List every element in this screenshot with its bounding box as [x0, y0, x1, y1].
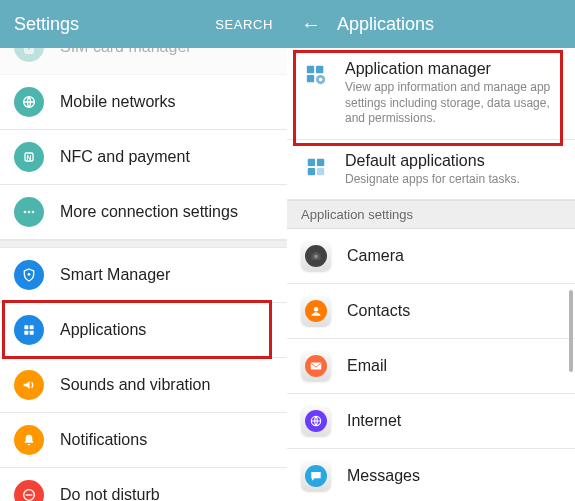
svg-rect-32 [308, 159, 315, 166]
settings-pane: Settings SEARCH SIM card managerMobile n… [0, 0, 287, 501]
settings-list[interactable]: SIM card managerMobile networksNNFC and … [0, 48, 287, 501]
etc-icon [14, 197, 44, 227]
settings-item-sounds[interactable]: Sounds and vibration [0, 358, 287, 413]
svg-point-36 [314, 255, 318, 259]
settings-item-label: More connection settings [60, 203, 238, 221]
svg-rect-35 [317, 168, 324, 175]
scrollbar[interactable] [569, 290, 573, 372]
app-item-contacts[interactable]: Contacts [287, 284, 575, 339]
svg-text:N: N [27, 154, 32, 161]
back-icon[interactable]: ← [301, 14, 321, 34]
camera-app-icon [301, 241, 331, 271]
applications-title: Applications [337, 14, 561, 35]
sim-icon [14, 48, 44, 62]
messages-app-icon [301, 461, 331, 491]
app-item-label: Camera [347, 247, 404, 265]
svg-rect-38 [311, 363, 322, 370]
app-item-internet[interactable]: Internet [287, 394, 575, 449]
app-item-label: Email [347, 357, 387, 375]
app-item-email[interactable]: Email [287, 339, 575, 394]
applications-header: ← Applications [287, 0, 575, 48]
bell-icon [14, 425, 44, 455]
svg-point-7 [32, 211, 35, 214]
nfc-icon: N [14, 142, 44, 172]
app-item-label: Messages [347, 467, 420, 485]
svg-point-37 [314, 307, 319, 312]
settings-item-dnd[interactable]: Do not disturb [0, 468, 287, 501]
applications-pane: ← Applications Application managerView a… [287, 0, 575, 501]
highlight-applications [2, 300, 272, 359]
card-title: Default applications [345, 152, 561, 170]
dnd-icon [14, 480, 44, 501]
svg-rect-1 [27, 48, 31, 51]
settings-item-nfc[interactable]: NNFC and payment [0, 130, 287, 185]
svg-point-5 [24, 211, 27, 214]
svg-rect-34 [308, 168, 315, 175]
settings-item-label: Sounds and vibration [60, 376, 210, 394]
globe-icon [14, 87, 44, 117]
settings-item-label: Smart Manager [60, 266, 170, 284]
settings-title: Settings [14, 14, 215, 35]
search-button[interactable]: SEARCH [215, 17, 273, 32]
email-app-icon [301, 351, 331, 381]
app-item-label: Internet [347, 412, 401, 430]
settings-item-label: Notifications [60, 431, 147, 449]
app-item-label: Contacts [347, 302, 410, 320]
settings-item-more-conn[interactable]: More connection settings [0, 185, 287, 240]
card-default-apps[interactable]: Default applicationsDesignate apps for c… [287, 140, 575, 201]
shield-icon [14, 260, 44, 290]
app-item-messages[interactable]: Messages [287, 449, 575, 501]
settings-item-label: NFC and payment [60, 148, 190, 166]
svg-point-8 [28, 273, 31, 276]
settings-item-label: SIM card manager [60, 48, 192, 56]
section-header-app-settings: Application settings [287, 200, 575, 229]
internet-app-icon [301, 406, 331, 436]
settings-header: Settings SEARCH [0, 0, 287, 48]
highlight-app-manager [293, 50, 563, 146]
settings-item-notif[interactable]: Notifications [0, 413, 287, 468]
settings-item-smart[interactable]: Smart Manager [0, 248, 287, 303]
section-divider [0, 240, 287, 248]
settings-item-label: Mobile networks [60, 93, 176, 111]
settings-item-sim[interactable]: SIM card manager [0, 48, 287, 75]
app-item-camera[interactable]: Camera [287, 229, 575, 284]
sound-icon [14, 370, 44, 400]
svg-rect-33 [317, 159, 324, 166]
svg-point-6 [28, 211, 31, 214]
card-subtitle: Designate apps for certain tasks. [345, 172, 561, 188]
contacts-app-icon [301, 296, 331, 326]
grid-icon [301, 152, 331, 182]
settings-item-label: Do not disturb [60, 486, 160, 501]
settings-item-mobile[interactable]: Mobile networks [0, 75, 287, 130]
